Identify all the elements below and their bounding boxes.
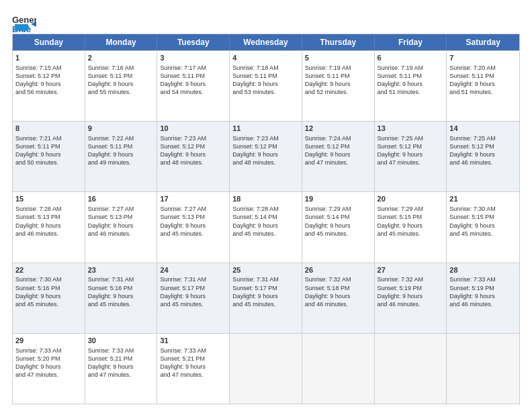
calendar-cell (302, 334, 375, 404)
day-info-line: and 46 minutes. (305, 300, 371, 308)
day-number: 21 (449, 194, 517, 204)
calendar-day-header: Wednesday (230, 34, 302, 50)
day-info-line: Sunrise: 7:32 AM (378, 275, 444, 283)
day-info-line: Sunset: 5:14 PM (305, 213, 371, 221)
day-info-line: Sunrise: 7:26 AM (15, 205, 82, 213)
day-info-line: Daylight: 9 hours (449, 150, 517, 158)
day-info-line: Sunset: 5:13 PM (88, 213, 154, 221)
day-info-line: and 50 minutes. (15, 158, 82, 167)
day-info-line: Sunset: 5:12 PM (232, 142, 299, 150)
calendar-cell: 1Sunrise: 7:15 AMSunset: 5:12 PMDaylight… (13, 51, 85, 121)
day-info-line: and 46 minutes. (449, 300, 517, 308)
day-info-line: and 45 minutes. (88, 300, 154, 308)
day-number: 25 (232, 265, 299, 275)
day-info-line: Sunset: 5:15 PM (378, 213, 444, 221)
day-info-line: Daylight: 9 hours (15, 80, 82, 88)
day-number: 20 (378, 194, 444, 204)
day-info-line: Sunset: 5:20 PM (15, 355, 82, 363)
day-info-line: Daylight: 9 hours (88, 80, 154, 88)
day-info-line: Sunset: 5:19 PM (378, 284, 444, 292)
day-info-line: Daylight: 9 hours (232, 292, 299, 300)
day-info-line: and 45 minutes. (305, 230, 371, 238)
day-info-line: Sunrise: 7:23 AM (232, 134, 299, 142)
day-info-line: Sunset: 5:11 PM (305, 72, 371, 80)
day-info-line: Sunset: 5:16 PM (88, 284, 154, 292)
day-info-line: Daylight: 9 hours (449, 222, 517, 230)
day-info-line: and 45 minutes. (232, 230, 299, 238)
day-number: 22 (15, 265, 82, 275)
logo-arrow-icon (15, 23, 30, 32)
day-info-line: Sunset: 5:14 PM (232, 213, 299, 221)
day-info-line: Sunrise: 7:28 AM (232, 205, 299, 213)
calendar-cell: 15Sunrise: 7:26 AMSunset: 5:13 PMDayligh… (13, 192, 85, 262)
calendar-cell: 3Sunrise: 7:17 AMSunset: 5:11 PMDaylight… (157, 51, 230, 121)
day-info-line: Sunrise: 7:30 AM (15, 275, 82, 283)
logo: General Blue (12, 12, 36, 28)
calendar-row: 15Sunrise: 7:26 AMSunset: 5:13 PMDayligh… (13, 191, 519, 262)
day-number: 26 (305, 265, 371, 275)
day-info-line: Sunrise: 7:22 AM (88, 134, 154, 142)
calendar: SundayMondayTuesdayWednesdayThursdayFrid… (12, 34, 520, 404)
day-info-line: Sunrise: 7:24 AM (305, 134, 371, 142)
day-info-line: and 49 minutes. (88, 158, 154, 167)
day-info-line: Daylight: 9 hours (378, 292, 444, 300)
calendar-row: 1Sunrise: 7:15 AMSunset: 5:12 PMDaylight… (13, 50, 519, 121)
day-info-line: Sunset: 5:17 PM (232, 284, 299, 292)
calendar-cell: 8Sunrise: 7:21 AMSunset: 5:11 PMDaylight… (13, 122, 85, 191)
calendar-cell (230, 334, 302, 404)
day-number: 8 (15, 124, 82, 134)
day-info-line: Sunrise: 7:29 AM (378, 205, 444, 213)
day-info-line: Sunset: 5:12 PM (449, 142, 517, 150)
day-info-line: Sunrise: 7:23 AM (160, 134, 226, 142)
day-info-line: Daylight: 9 hours (88, 222, 154, 230)
day-info-line: Daylight: 9 hours (88, 363, 154, 371)
calendar-cell: 22Sunrise: 7:30 AMSunset: 5:16 PMDayligh… (13, 263, 85, 333)
day-info-line: Sunset: 5:11 PM (378, 72, 444, 80)
calendar-cell: 17Sunrise: 7:27 AMSunset: 5:13 PMDayligh… (157, 192, 230, 262)
day-info-line: and 45 minutes. (160, 230, 226, 238)
day-number: 19 (305, 194, 371, 204)
day-info-line: Sunrise: 7:33 AM (15, 347, 82, 355)
day-info-line: and 47 minutes. (160, 371, 226, 379)
day-info-line: Sunrise: 7:25 AM (378, 134, 444, 142)
day-info-line: and 45 minutes. (378, 230, 444, 238)
day-info-line: Sunrise: 7:19 AM (305, 64, 371, 72)
day-info-line: Daylight: 9 hours (15, 363, 82, 371)
day-info-line: Daylight: 9 hours (305, 150, 371, 158)
day-info-line: Sunrise: 7:25 AM (449, 134, 517, 142)
calendar-cell: 9Sunrise: 7:22 AMSunset: 5:11 PMDaylight… (85, 122, 158, 191)
day-number: 11 (232, 124, 299, 134)
day-number: 9 (88, 124, 154, 134)
day-info-line: Sunrise: 7:21 AM (15, 134, 82, 142)
day-info-line: Sunset: 5:11 PM (449, 72, 517, 80)
day-info-line: Daylight: 9 hours (232, 222, 299, 230)
day-info-line: Sunrise: 7:31 AM (88, 275, 154, 283)
calendar-cell: 12Sunrise: 7:24 AMSunset: 5:12 PMDayligh… (302, 122, 375, 191)
calendar-cell: 16Sunrise: 7:27 AMSunset: 5:13 PMDayligh… (85, 192, 158, 262)
calendar-day-header: Thursday (302, 34, 375, 50)
calendar-row: 8Sunrise: 7:21 AMSunset: 5:11 PMDaylight… (13, 121, 519, 191)
day-number: 4 (232, 53, 299, 63)
day-info-line: Daylight: 9 hours (160, 150, 226, 158)
day-info-line: Sunrise: 7:31 AM (160, 275, 226, 283)
day-info-line: Sunrise: 7:33 AM (160, 347, 226, 355)
day-info-line: and 47 minutes. (305, 158, 371, 167)
calendar-cell (375, 334, 447, 404)
day-info-line: Sunrise: 7:32 AM (305, 275, 371, 283)
calendar-cell: 11Sunrise: 7:23 AMSunset: 5:12 PMDayligh… (230, 122, 302, 191)
calendar-body: 1Sunrise: 7:15 AMSunset: 5:12 PMDaylight… (13, 50, 519, 404)
calendar-cell: 20Sunrise: 7:29 AMSunset: 5:15 PMDayligh… (375, 192, 447, 262)
day-info-line: Sunrise: 7:19 AM (378, 64, 444, 72)
day-info-line: Sunset: 5:15 PM (449, 213, 517, 221)
day-info-line: and 51 minutes. (449, 88, 517, 96)
day-info-line: Daylight: 9 hours (88, 292, 154, 300)
day-info-line: Sunset: 5:21 PM (160, 355, 226, 363)
day-info-line: Sunrise: 7:27 AM (160, 205, 226, 213)
day-number: 14 (449, 124, 517, 134)
day-info-line: and 46 minutes. (449, 158, 517, 167)
calendar-cell: 7Sunrise: 7:20 AMSunset: 5:11 PMDaylight… (447, 51, 519, 121)
day-info-line: Sunrise: 7:16 AM (88, 64, 154, 72)
calendar-page: General Blue (0, 0, 532, 411)
calendar-cell: 28Sunrise: 7:33 AMSunset: 5:19 PMDayligh… (447, 263, 519, 333)
day-number: 30 (88, 336, 154, 346)
